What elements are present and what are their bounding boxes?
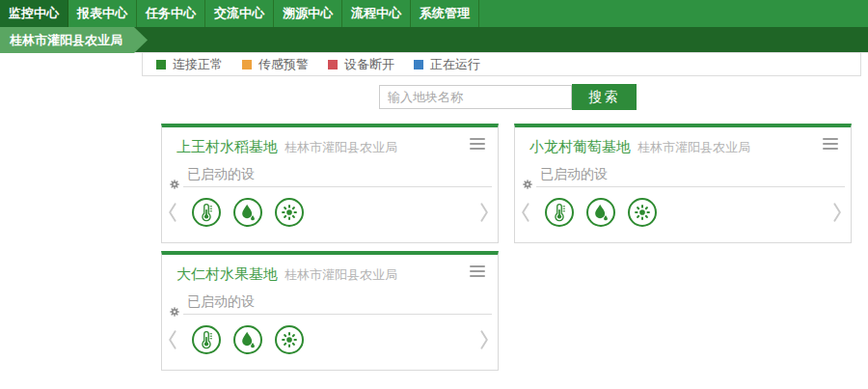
card-footer [167,198,490,227]
devices-label: 已启动的设 [187,166,255,181]
device-icon-group [192,325,316,354]
devices-row: 已启动的设 [183,165,492,187]
legend-item-running: 正在运行 [414,56,480,73]
base-card-daren: 大仁村水果基地桂林市灌阳县农业局 已启动的设 [161,251,499,371]
devices-row: 已启动的设 [183,292,492,315]
carousel-prev-icon[interactable] [167,329,177,350]
gear-icon[interactable] [169,306,180,318]
legend-label: 设备断开 [344,56,394,73]
gear-icon[interactable] [169,179,180,190]
sun-icon[interactable] [275,325,304,354]
thermometer-icon[interactable] [192,198,221,227]
card-org-label: 桂林市灌阳县农业局 [285,140,397,154]
menu-icon[interactable] [823,138,838,153]
card-header: 小龙村葡萄基地桂林市灌阳县农业局 [515,127,851,156]
gear-icon[interactable] [522,179,533,190]
base-card-xiaolong: 小龙村葡萄基地桂林市灌阳县农业局 已启动的设 [514,124,852,243]
nav-item-system-admin[interactable]: 系统管理 [411,0,479,27]
card-body: 已启动的设 [522,165,845,187]
card-org-label: 桂林市灌阳县农业局 [285,267,397,282]
base-card-shangwang: 上王村水稻基地桂林市灌阳县农业局 已启动的设 [161,124,499,243]
card-header: 上王村水稻基地桂林市灌阳县农业局 [162,127,498,156]
breadcrumb-bar: 桂林市灌阳县农业局 [0,27,868,53]
sun-icon[interactable] [628,198,657,227]
legend-label: 传感预警 [258,56,309,73]
nav-item-task-center[interactable]: 任务中心 [137,0,205,27]
card-title[interactable]: 大仁村水果基地 [176,265,278,282]
card-body: 已启动的设 [169,165,492,187]
device-icon-group [192,198,316,227]
card-org-label: 桂林市灌阳县农业局 [637,140,750,154]
nav-item-monitor-center[interactable]: 监控中心 [0,0,68,27]
devices-row: 已启动的设 [536,165,845,187]
menu-icon[interactable] [470,265,485,280]
device-icon-group [545,198,669,227]
card-footer [520,198,843,227]
legend-item-sensor-warning: 传感预警 [242,56,309,73]
legend-swatch-green [156,60,166,69]
carousel-next-icon[interactable] [479,202,490,223]
carousel-prev-icon[interactable] [167,202,177,223]
nav-item-trace-center[interactable]: 溯源中心 [274,0,342,27]
thermometer-icon[interactable] [192,325,221,354]
droplet-icon[interactable] [586,198,615,227]
droplet-icon[interactable] [233,198,262,227]
legend-label: 正在运行 [430,56,480,73]
legend-label: 连接正常 [173,56,223,73]
legend-swatch-orange [242,60,252,69]
legend-item-connected: 连接正常 [156,56,223,73]
nav-item-report-center[interactable]: 报表中心 [68,0,137,27]
card-title[interactable]: 上王村水稻基地 [176,138,278,154]
card-header: 大仁村水果基地桂林市灌阳县农业局 [162,255,498,284]
search-input[interactable] [379,85,572,109]
breadcrumb[interactable]: 桂林市灌阳县农业局 [0,27,148,53]
devices-label: 已启动的设 [187,293,255,309]
thermometer-icon[interactable] [545,198,574,227]
card-title[interactable]: 小龙村葡萄基地 [529,138,631,154]
carousel-prev-icon[interactable] [520,202,530,223]
carousel-next-icon[interactable] [479,329,490,350]
carousel-next-icon[interactable] [832,202,843,223]
legend-swatch-red [328,60,338,69]
card-footer [167,325,490,354]
search-button[interactable]: 搜索 [572,84,637,110]
legend-swatch-blue [414,60,423,69]
sun-icon[interactable] [275,198,304,227]
nav-item-process-center[interactable]: 流程中心 [342,0,411,27]
devices-label: 已启动的设 [540,166,608,181]
status-legend: 连接正常 传感预警 设备断开 正在运行 [142,52,861,76]
card-body: 已启动的设 [169,292,492,315]
top-nav: 监控中心 报表中心 任务中心 交流中心 溯源中心 流程中心 系统管理 [0,0,868,27]
nav-item-exchange-center[interactable]: 交流中心 [205,0,274,27]
droplet-icon[interactable] [233,325,262,354]
menu-icon[interactable] [470,138,485,153]
legend-item-disconnected: 设备断开 [328,56,394,73]
